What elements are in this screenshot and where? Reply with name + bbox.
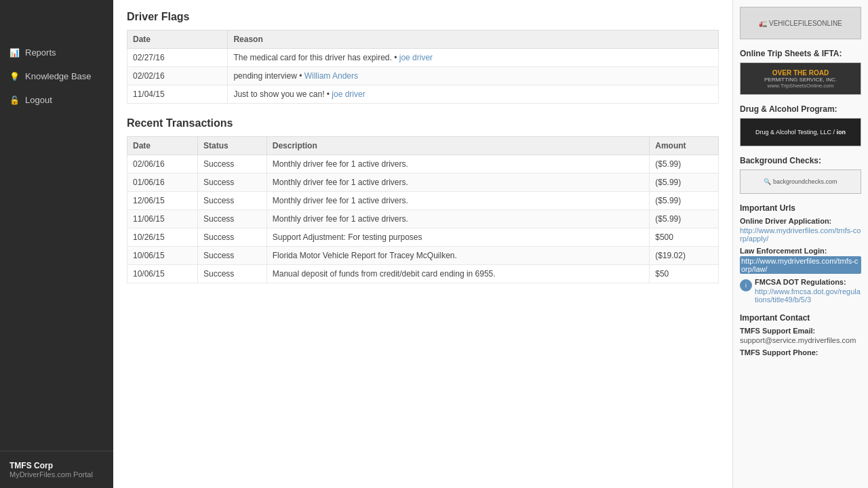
vehicle-files-banner: 🚛 VEHICLEFILESONLINE	[740, 7, 861, 39]
txn-date-2: 12/06/15	[127, 192, 198, 210]
txn-amount-2: ($5.99)	[650, 192, 719, 210]
txn-status-6: Success	[197, 265, 267, 283]
vehicle-files-section: 🚛 VEHICLEFILESONLINE	[740, 7, 861, 39]
txn-status-5: Success	[197, 247, 267, 265]
law-enforcement-url[interactable]: http://www.mydriverfiles.com/tmfs-corp/l…	[740, 256, 861, 274]
flag-link-3[interactable]: joe driver	[332, 89, 365, 99]
txn-status-3: Success	[197, 210, 267, 228]
table-row: 02/27/16 The medical card for this drive…	[127, 49, 719, 67]
important-urls-title: Important Urls	[740, 203, 861, 213]
flags-col-reason: Reason	[228, 30, 719, 49]
txn-col-date: Date	[127, 137, 198, 155]
sidebar-footer: TMFS Corp MyDriverFiles.com Portal	[0, 451, 113, 488]
table-row: 10/06/15 Success Florida Motor Vehicle R…	[127, 247, 719, 265]
txn-status-2: Success	[197, 192, 267, 210]
txn-status-0: Success	[197, 155, 267, 174]
main-wrapper: Driver Flags Date Reason 02/27/16 The me…	[113, 0, 868, 488]
main-content: Driver Flags Date Reason 02/27/16 The me…	[113, 0, 732, 488]
flags-col-date: Date	[127, 30, 228, 49]
right-sidebar: 🚛 VEHICLEFILESONLINE Online Trip Sheets …	[732, 0, 868, 488]
fmcsa-row: i FMCSA DOT Regulations: http://www.fmcs…	[740, 278, 861, 304]
txn-amount-0: ($5.99)	[650, 155, 719, 174]
drug-alcohol-banner: Drug & Alcohol Testing, LLC / ion	[740, 118, 861, 146]
recent-transactions-title: Recent Transactions	[127, 117, 719, 129]
sidebar-item-reports[interactable]: 📊 Reports	[0, 41, 113, 64]
support-email-value: support@service.mydriverfiles.com	[740, 336, 861, 344]
txn-desc-4: Support Adjustment: For testing purposes	[267, 228, 650, 247]
flag-reason-2: pending interview • William Anders	[228, 67, 719, 85]
txn-date-0: 02/06/16	[127, 155, 198, 174]
txn-date-1: 01/06/16	[127, 174, 198, 192]
online-driver-url[interactable]: http://www.mydriverfiles.com/tmfs-corp/a…	[740, 226, 861, 243]
txn-amount-3: ($5.99)	[650, 210, 719, 228]
table-row: 12/06/15 Success Monthly driver fee for …	[127, 192, 719, 210]
important-contact-title: Important Contact	[740, 313, 861, 323]
online-trip-banner: OVER THE ROAD PERMITTING SERVICE, INC. w…	[740, 62, 861, 95]
txn-date-3: 11/06/15	[127, 210, 198, 228]
fmcsa-label: FMCSA DOT Regulations:	[755, 278, 861, 286]
table-row: 02/02/16 pending interview • William And…	[127, 67, 719, 85]
txn-desc-2: Monthly driver fee for 1 active drivers.	[267, 192, 650, 210]
drug-alcohol-section: Drug & Alcohol Program: Drug & Alcohol T…	[740, 104, 861, 146]
fmcsa-url[interactable]: http://www.fmcsa.dot.gov/regulations/tit…	[755, 287, 861, 304]
online-trip-title: Online Trip Sheets & IFTA:	[740, 49, 861, 58]
flag-date-3: 11/04/15	[127, 85, 228, 104]
table-row: 01/06/16 Success Monthly driver fee for …	[127, 174, 719, 192]
table-row: 11/06/15 Success Monthly driver fee for …	[127, 210, 719, 228]
fmcsa-icon: i	[740, 279, 752, 291]
txn-date-5: 10/06/15	[127, 247, 198, 265]
txn-status-4: Success	[197, 228, 267, 247]
txn-amount-6: $50	[650, 265, 719, 283]
sidebar: 📊 Reports 💡 Knowledge Base 🔓 Logout TMFS…	[0, 0, 113, 488]
flag-date-1: 02/27/16	[127, 49, 228, 67]
sidebar-item-knowledge[interactable]: 💡 Knowledge Base	[0, 64, 113, 88]
txn-desc-1: Monthly driver fee for 1 active drivers.	[267, 174, 650, 192]
sidebar-item-logout[interactable]: 🔓 Logout	[0, 88, 113, 112]
flag-date-2: 02/02/16	[127, 67, 228, 85]
txn-amount-1: ($5.99)	[650, 174, 719, 192]
support-phone-label: TMFS Support Phone:	[740, 348, 861, 357]
txn-date-6: 10/06/15	[127, 265, 198, 283]
txn-desc-5: Florida Motor Vehicle Report for Tracey …	[267, 247, 650, 265]
table-row: 10/26/15 Success Support Adjustment: For…	[127, 228, 719, 247]
recent-transactions-table: Date Status Description Amount 02/06/16 …	[127, 136, 719, 283]
portal-label: MyDriverFiles.com Portal	[9, 470, 104, 479]
online-trip-section: Online Trip Sheets & IFTA: OVER THE ROAD…	[740, 49, 861, 95]
important-contact-section: Important Contact TMFS Support Email: su…	[740, 313, 861, 357]
txn-status-1: Success	[197, 174, 267, 192]
table-row: 02/06/16 Success Monthly driver fee for …	[127, 155, 719, 174]
txn-amount-4: $500	[650, 228, 719, 247]
flag-link-2[interactable]: William Anders	[304, 71, 358, 81]
company-name: TMFS Corp	[9, 461, 104, 470]
drug-alcohol-title: Drug & Alcohol Program:	[740, 104, 861, 114]
txn-amount-5: ($19.02)	[650, 247, 719, 265]
table-row: 10/06/15 Success Manual deposit of funds…	[127, 265, 719, 283]
background-checks-title: Background Checks:	[740, 156, 861, 165]
txn-desc-0: Monthly driver fee for 1 active drivers.	[267, 155, 650, 174]
logout-icon: 🔓	[9, 96, 20, 105]
driver-flags-table: Date Reason 02/27/16 The medical card fo…	[127, 30, 719, 104]
background-checks-section: Background Checks: 🔍 backgroundchecks.co…	[740, 156, 861, 194]
support-email-label: TMFS Support Email:	[740, 327, 861, 335]
important-urls-section: Important Urls Online Driver Application…	[740, 203, 861, 304]
reports-icon: 📊	[9, 48, 20, 58]
txn-desc-3: Monthly driver fee for 1 active drivers.	[267, 210, 650, 228]
flag-reason-3: Just to show you we can! • joe driver	[228, 85, 719, 104]
knowledge-icon: 💡	[9, 72, 20, 81]
background-checks-banner: 🔍 backgroundchecks.com	[740, 169, 861, 194]
table-row: 11/04/15 Just to show you we can! • joe …	[127, 85, 719, 104]
driver-flags-title: Driver Flags	[127, 11, 719, 23]
txn-desc-6: Manual deposit of funds from credit/debi…	[267, 265, 650, 283]
flag-link-1[interactable]: joe driver	[399, 53, 433, 62]
txn-date-4: 10/26/15	[127, 228, 198, 247]
online-driver-label: Online Driver Application:	[740, 217, 861, 225]
txn-col-description: Description	[267, 137, 650, 155]
txn-col-status: Status	[197, 137, 267, 155]
law-enforcement-label: Law Enforcement Login:	[740, 247, 861, 255]
txn-col-amount: Amount	[650, 137, 719, 155]
flag-reason-1: The medical card for this driver has exp…	[228, 49, 719, 67]
